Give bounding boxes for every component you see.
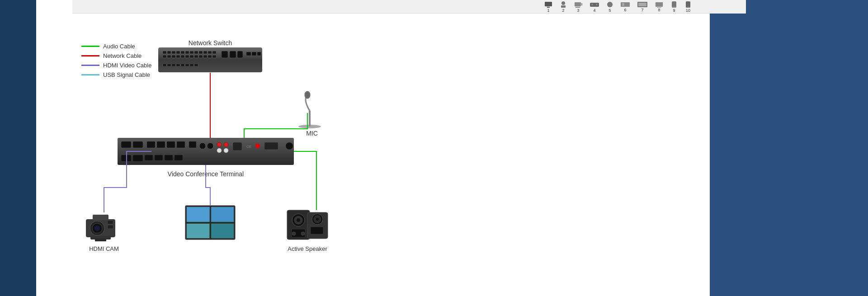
diagram-svg: Network Switch CE bbox=[72, 16, 457, 296]
mic-device bbox=[298, 91, 321, 128]
top-device-9: 9 bbox=[670, 1, 678, 13]
svg-rect-47 bbox=[230, 51, 236, 58]
svg-rect-0 bbox=[545, 2, 552, 6]
svg-rect-83 bbox=[165, 155, 173, 160]
svg-rect-18 bbox=[673, 7, 675, 7]
svg-rect-58 bbox=[190, 64, 193, 66]
svg-point-111 bbox=[297, 218, 300, 222]
svg-rect-5 bbox=[581, 3, 582, 5]
svg-rect-38 bbox=[181, 55, 184, 58]
svg-rect-42 bbox=[199, 55, 203, 58]
svg-rect-54 bbox=[172, 64, 175, 66]
svg-rect-4 bbox=[575, 2, 581, 6]
svg-point-68 bbox=[199, 143, 206, 149]
svg-rect-15 bbox=[656, 2, 663, 7]
svg-rect-25 bbox=[176, 51, 180, 54]
svg-rect-56 bbox=[181, 64, 184, 66]
svg-rect-17 bbox=[672, 1, 676, 8]
top-device-7: 7 bbox=[637, 1, 648, 12]
svg-rect-41 bbox=[194, 55, 198, 58]
left-sidebar bbox=[0, 0, 36, 296]
svg-rect-66 bbox=[177, 141, 185, 148]
top-device-10: 10 bbox=[684, 1, 692, 13]
svg-rect-93 bbox=[93, 215, 108, 220]
svg-rect-61 bbox=[121, 141, 131, 148]
svg-rect-33 bbox=[212, 51, 216, 54]
svg-rect-119 bbox=[311, 227, 323, 234]
top-device-3: 3 bbox=[574, 1, 583, 13]
svg-rect-32 bbox=[208, 51, 212, 54]
svg-rect-74 bbox=[233, 142, 242, 150]
svg-rect-86 bbox=[309, 111, 311, 127]
svg-point-71 bbox=[224, 142, 228, 147]
svg-rect-49 bbox=[246, 52, 251, 56]
svg-rect-95 bbox=[95, 239, 106, 241]
svg-rect-65 bbox=[167, 141, 175, 148]
network-switch-label: Network Switch bbox=[189, 39, 232, 47]
svg-rect-34 bbox=[163, 55, 166, 58]
display-device bbox=[185, 206, 235, 240]
top-device-5: 5 bbox=[606, 1, 613, 13]
svg-rect-28 bbox=[190, 51, 193, 54]
svg-rect-35 bbox=[167, 55, 171, 58]
svg-point-10 bbox=[607, 2, 613, 7]
svg-point-69 bbox=[207, 143, 213, 149]
speaker-label: Active Speaker bbox=[288, 245, 327, 252]
audio-cable-mic-vct bbox=[244, 113, 307, 138]
svg-point-72 bbox=[217, 148, 222, 153]
network-switch-device bbox=[158, 47, 262, 72]
svg-rect-80 bbox=[133, 155, 143, 161]
svg-rect-43 bbox=[203, 55, 207, 58]
audio-cable-vct-speaker bbox=[294, 151, 316, 210]
svg-point-78 bbox=[286, 142, 293, 150]
svg-rect-19 bbox=[686, 1, 690, 8]
svg-text:CE: CE bbox=[246, 145, 251, 149]
svg-rect-37 bbox=[176, 55, 180, 58]
svg-rect-31 bbox=[203, 51, 207, 54]
svg-rect-82 bbox=[155, 155, 163, 160]
svg-point-8 bbox=[591, 4, 593, 5]
svg-rect-24 bbox=[172, 51, 175, 54]
svg-rect-1 bbox=[547, 7, 550, 8]
svg-point-118 bbox=[316, 218, 319, 221]
svg-rect-53 bbox=[167, 64, 171, 66]
svg-rect-55 bbox=[176, 64, 180, 66]
top-device-6: 6 bbox=[620, 1, 630, 12]
svg-rect-29 bbox=[194, 51, 198, 54]
svg-point-9 bbox=[596, 4, 598, 5]
svg-rect-27 bbox=[185, 51, 189, 54]
svg-rect-20 bbox=[687, 7, 689, 7]
svg-rect-96 bbox=[108, 221, 113, 224]
camera-device bbox=[86, 215, 115, 241]
svg-rect-40 bbox=[190, 55, 193, 58]
top-device-4: 4 bbox=[590, 1, 599, 13]
svg-rect-51 bbox=[257, 52, 261, 56]
svg-rect-63 bbox=[147, 141, 155, 148]
mic-label: MIC bbox=[306, 130, 318, 137]
speaker-device bbox=[287, 210, 328, 240]
svg-point-92 bbox=[94, 226, 100, 231]
svg-rect-77 bbox=[264, 142, 278, 150]
svg-rect-48 bbox=[237, 51, 243, 58]
svg-rect-39 bbox=[185, 55, 189, 58]
svg-rect-22 bbox=[163, 51, 166, 54]
svg-rect-45 bbox=[212, 55, 216, 58]
right-sidebar bbox=[710, 0, 868, 296]
svg-rect-30 bbox=[199, 51, 203, 54]
svg-rect-23 bbox=[167, 51, 171, 54]
top-device-2: 2 bbox=[560, 1, 567, 13]
svg-rect-50 bbox=[252, 52, 256, 56]
svg-point-70 bbox=[217, 142, 222, 147]
svg-rect-12 bbox=[622, 3, 624, 6]
main-content: 1 2 3 4 5 6 7 8 bbox=[36, 0, 710, 296]
svg-rect-97 bbox=[108, 225, 113, 229]
svg-rect-59 bbox=[194, 64, 198, 66]
svg-point-113 bbox=[292, 232, 296, 235]
svg-rect-52 bbox=[163, 64, 166, 66]
svg-rect-57 bbox=[185, 64, 189, 66]
svg-rect-67 bbox=[189, 141, 196, 148]
top-device-8: 8 bbox=[655, 1, 664, 12]
svg-rect-36 bbox=[172, 55, 175, 58]
svg-rect-3 bbox=[561, 5, 566, 8]
top-device-1: 1 bbox=[544, 1, 553, 13]
